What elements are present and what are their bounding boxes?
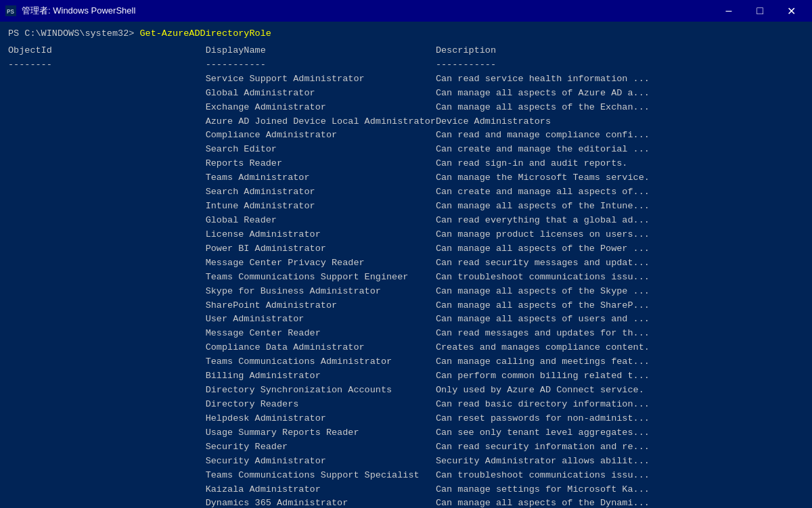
col-description-sep: ----------- (436, 60, 496, 70)
prompt-line: PS C:\WINDOWS\system32> Get-AzureADDirec… (8, 27, 804, 41)
svg-text:PS: PS (7, 9, 14, 16)
table-row: Message Center Privacy Reader Can read s… (8, 258, 650, 268)
terminal-window: PS C:\WINDOWS\system32> Get-AzureADDirec… (0, 22, 812, 508)
table-row: User Administrator Can manage all aspect… (8, 314, 650, 324)
table-row: Directory Readers Can read basic directo… (8, 399, 650, 409)
col-description-header: Description (436, 45, 496, 55)
table-row: Teams Communications Administrator Can m… (8, 356, 650, 367)
window-title: 管理者: Windows PowerShell (22, 5, 135, 17)
table-row: Global Administrator Can manage all aspe… (8, 88, 650, 98)
table-row: Security Administrator Security Administ… (8, 456, 650, 466)
table-row: Global Reader Can read everything that a… (8, 215, 650, 225)
table-row: Kaizala Administrator Can manage setting… (8, 484, 650, 494)
table-row: Teams Communications Support Specialist … (8, 470, 650, 480)
close-button[interactable]: ✕ (775, 0, 807, 22)
table-row: Search Administrator Can create and mana… (8, 187, 650, 197)
table-row: Search Editor Can create and manage the … (8, 144, 650, 154)
table-row: Teams Administrator Can manage the Micro… (8, 172, 650, 183)
table-row: Teams Communications Support Engineer Ca… (8, 272, 650, 282)
table-row: Helpdesk Administrator Can reset passwor… (8, 413, 650, 423)
prompt-text: PS C:\WINDOWS\system32> (8, 28, 139, 39)
table-row: Dynamics 365 Administrator Can manage al… (8, 498, 650, 508)
table-row: Reports Reader Can read sign-in and audi… (8, 158, 627, 168)
table-row: Compliance Data Administrator Creates an… (8, 342, 650, 352)
maximize-button[interactable]: □ (744, 0, 775, 22)
table-row: License Administrator Can manage product… (8, 229, 650, 239)
table-row: Azure AD Joined Device Local Administrat… (8, 116, 551, 126)
col-objectid-header: ObjectId (8, 45, 206, 55)
table-row: SharePoint Administrator Can manage all … (8, 300, 650, 310)
col-objectid-sep: -------- (8, 60, 206, 70)
terminal-output: ObjectId DisplayName Description -------… (8, 44, 804, 508)
minimize-button[interactable]: – (713, 0, 744, 22)
table-row: Skype for Business Administrator Can man… (8, 286, 650, 296)
table-row: Compliance Administrator Can read and ma… (8, 130, 650, 140)
table-row: Billing Administrator Can perform common… (8, 371, 650, 381)
table-row: Intune Administrator Can manage all aspe… (8, 201, 650, 211)
table-row: Message Center Reader Can read messages … (8, 328, 650, 338)
titlebar: PS 管理者: Windows PowerShell – □ ✕ (0, 0, 812, 22)
table-row: Service Support Administrator Can read s… (8, 74, 650, 84)
col-displayname-sep: ----------- (206, 60, 436, 70)
table-row: Exchange Administrator Can manage all as… (8, 102, 650, 112)
table-row: Security Reader Can read security inform… (8, 442, 650, 452)
table-row: Power BI Administrator Can manage all as… (8, 244, 650, 254)
powershell-icon: PS (5, 5, 16, 16)
table-row: Directory Synchronization Accounts Only … (8, 385, 644, 395)
command-text: Get-AzureADDirectoryRole (139, 28, 271, 39)
table-row: Usage Summary Reports Reader Can see onl… (8, 428, 650, 438)
col-displayname-header: DisplayName (206, 45, 436, 55)
